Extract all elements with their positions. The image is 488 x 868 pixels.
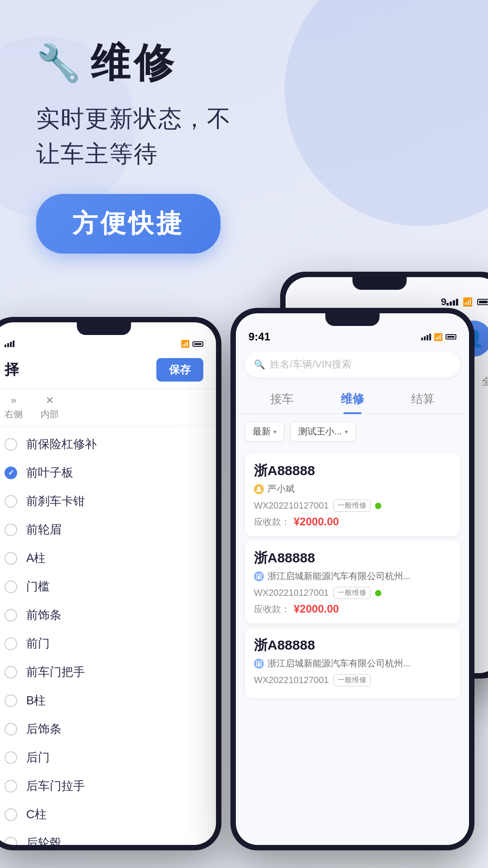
radio-unchecked[interactable]	[5, 552, 17, 565]
sig-2	[7, 343, 9, 347]
cta-button[interactable]: 方便快捷	[36, 194, 221, 254]
side-tab-interior-label: 内部	[41, 408, 59, 420]
part-name: 前饰条	[26, 607, 61, 623]
battery-icon	[477, 299, 488, 305]
repair-card-3[interactable]: 浙A88888 浙江启城新能源汽车有限公司杭州... WX20221012700…	[245, 628, 460, 698]
filter-chevron-2: ▾	[345, 428, 348, 435]
c-sig-4	[429, 334, 431, 340]
radio-checked[interactable]	[5, 467, 17, 479]
tab-weixiu[interactable]: 维修	[317, 387, 388, 413]
owner-icon-2	[254, 571, 264, 581]
tag-badge-2: 一般维修	[333, 587, 371, 599]
battery-fill	[479, 301, 488, 303]
filter-staff[interactable]: 测试王小... ▾	[291, 421, 356, 442]
order-row-1: WX202210127001 一般维修	[254, 500, 451, 512]
subtitle-line2: 让车主等待	[36, 141, 158, 167]
list-item[interactable]: 前刹车卡钳	[0, 487, 216, 515]
part-name: 前刹车卡钳	[26, 493, 85, 509]
chevron-right-icon: »	[11, 395, 16, 406]
radio-unchecked[interactable]	[5, 751, 17, 764]
list-item[interactable]: 前饰条	[0, 601, 216, 629]
part-name: 前保险杠修补	[26, 436, 97, 452]
list-item[interactable]: 后轮毂	[0, 829, 216, 845]
list-item[interactable]: 后饰条	[0, 715, 216, 743]
part-name: 后轮毂	[26, 835, 61, 845]
search-icon: 🔍	[254, 359, 265, 370]
radio-unchecked[interactable]	[5, 780, 17, 793]
center-signal	[421, 334, 431, 340]
radio-unchecked[interactable]	[5, 438, 17, 451]
amount-label-1: 应收款：	[254, 516, 290, 528]
owner-name-3: 浙江启城新能源汽车有限公司杭州...	[267, 657, 411, 670]
radio-unchecked[interactable]	[5, 495, 17, 508]
left-phone-header: 择 保存	[0, 351, 216, 389]
tab-jiesuan[interactable]: 结算	[388, 387, 458, 413]
list-item[interactable]: 后门	[0, 743, 216, 772]
radio-unchecked[interactable]	[5, 609, 17, 622]
owner-name-1: 严小斌	[267, 483, 295, 495]
right-status-time: 9	[441, 296, 446, 308]
tag-badge-1: 一般维修	[333, 500, 371, 512]
plate-1: 浙A88888	[254, 462, 451, 480]
part-name: 前叶子板	[26, 465, 73, 481]
amount-value-2: ¥2000.00	[294, 603, 339, 615]
repair-card-2[interactable]: 浙A88888 浙江启城新能源汽车有限公司杭州... WX20221012700…	[245, 541, 460, 623]
center-status-icons: 📶	[421, 333, 456, 341]
part-name: 门槛	[26, 579, 50, 594]
radio-unchecked[interactable]	[5, 666, 17, 679]
center-phone-notch	[325, 313, 380, 326]
status-dot-2	[375, 590, 381, 596]
search-bar[interactable]: 🔍 姓名/车辆/VIN搜索	[245, 351, 460, 377]
center-status-time: 9:41	[249, 330, 270, 343]
order-row-2: WX202210127001 一般维修	[254, 587, 451, 599]
order-row-3: WX202210127001 一般维修	[254, 674, 451, 686]
part-name: 后门	[26, 750, 50, 765]
part-name: C柱	[26, 807, 47, 822]
left-header-title: 择	[5, 360, 19, 380]
amount-row-2: 应收款： ¥2000.00	[254, 603, 451, 615]
side-tab-interior[interactable]: ✕ 内部	[41, 395, 59, 420]
left-signal-bars	[5, 340, 14, 347]
list-item[interactable]: A柱	[0, 544, 216, 572]
radio-unchecked[interactable]	[5, 837, 17, 845]
list-item[interactable]: 前车门把手	[0, 658, 216, 686]
app-title: 维修	[90, 36, 177, 90]
list-item[interactable]: 前叶子板	[0, 458, 216, 487]
owner-icon-3	[254, 659, 264, 669]
filter-latest[interactable]: 最新 ▾	[245, 421, 284, 442]
list-item[interactable]: B柱	[0, 686, 216, 715]
amount-value-1: ¥2000.00	[294, 515, 339, 528]
radio-unchecked[interactable]	[5, 580, 17, 593]
side-tab-right[interactable]: » 右侧	[5, 395, 23, 420]
list-item[interactable]: 后车门拉手	[0, 772, 216, 800]
radio-unchecked[interactable]	[5, 808, 17, 821]
radio-unchecked[interactable]	[5, 637, 17, 650]
list-item[interactable]: 前门	[0, 629, 216, 658]
tab-jieche[interactable]: 接车	[247, 387, 317, 413]
sig-4	[13, 340, 14, 347]
tab-bar: 接车 维修 结算	[236, 382, 469, 414]
list-item[interactable]: 前轮眉	[0, 515, 216, 544]
c-sig-2	[424, 336, 426, 340]
status-dot-1	[375, 503, 381, 509]
save-button[interactable]: 保存	[156, 358, 203, 382]
phone-center-screen: 9:41 📶 🔍 姓名/车辆/VIN搜索	[236, 313, 469, 845]
owner-row-2: 浙江启城新能源汽车有限公司杭州...	[254, 570, 451, 582]
signal-bar-1	[446, 303, 449, 306]
list-item[interactable]: 门槛	[0, 572, 216, 601]
filter-staff-label: 测试王小...	[298, 425, 342, 438]
radio-unchecked[interactable]	[5, 723, 17, 736]
plate-3: 浙A88888	[254, 636, 451, 655]
part-name: B柱	[26, 693, 46, 708]
c-sig-1	[421, 338, 423, 340]
radio-unchecked[interactable]	[5, 524, 17, 536]
right-status-icons: 📶	[446, 297, 488, 307]
right-phone-notch	[352, 277, 407, 290]
repair-card-1[interactable]: 浙A88888 严小斌 WX202210127001 一般维修	[245, 453, 460, 536]
list-item[interactable]: C柱	[0, 800, 216, 829]
c-sig-3	[427, 335, 428, 340]
radio-unchecked[interactable]	[5, 694, 17, 707]
svg-rect-4	[258, 663, 260, 666]
list-item[interactable]: 前保险杠修补	[0, 430, 216, 458]
owner-name-2: 浙江启城新能源汽车有限公司杭州...	[267, 570, 411, 582]
